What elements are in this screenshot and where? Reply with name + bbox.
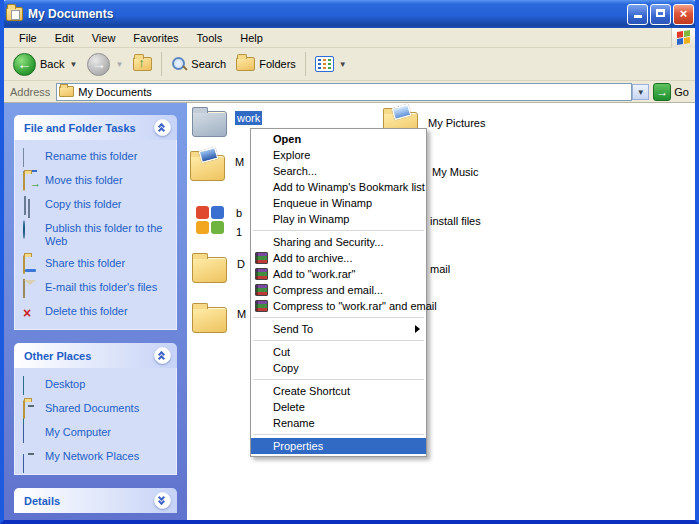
shared-documents-icon [23,401,39,417]
menu-item-create-shortcut[interactable]: Create Shortcut [251,383,426,399]
forward-dropdown-icon: ▼ [115,60,123,69]
menu-separator [253,230,424,231]
menu-item-explore[interactable]: Explore [251,147,426,163]
panel-header[interactable]: Other Places [14,343,177,368]
go-button[interactable]: → Go [653,83,692,101]
folder-media-icon [190,155,225,181]
winrar-icon [255,252,268,264]
menu-item-add-to-archive[interactable]: Add to archive... [251,250,426,266]
panel-header[interactable]: Details [14,488,177,513]
back-button[interactable]: ← Back ▼ [8,51,82,78]
place-desktop[interactable]: Desktop [23,377,170,393]
rename-folder-icon [23,149,39,165]
back-label: Back [40,58,64,70]
window-folder-icon [6,7,23,21]
menu-item-open[interactable]: Open [251,131,426,147]
folder-selected-icon [192,111,227,137]
window-title: My Documents [28,7,627,21]
winrar-icon [255,300,268,312]
delete-icon: × [23,304,39,320]
menu-item-sharing-security[interactable]: Sharing and Security... [251,234,426,250]
file-item[interactable]: M [190,155,246,181]
maximize-button[interactable] [650,4,671,25]
menu-item-winamp-enqueue[interactable]: Enqueue in Winamp [251,195,426,211]
collapse-chevron-icon[interactable] [154,119,171,136]
place-network[interactable]: My Network Places [23,449,170,465]
search-icon [171,56,187,72]
menu-item-delete[interactable]: Delete [251,399,426,415]
menu-view[interactable]: View [83,30,125,46]
back-dropdown-icon[interactable]: ▼ [69,60,77,69]
menubar: File Edit View Favorites Tools Help [4,28,695,48]
toolbar: ← Back ▼ → ▼ ↑ Search Folders ▼ [4,48,695,81]
menu-item-rename[interactable]: Rename [251,415,426,431]
menu-item-send-to[interactable]: Send To [251,321,426,337]
task-rename-folder[interactable]: Rename this folder [23,149,170,165]
task-share-folder[interactable]: Share this folder [23,256,170,272]
panel-header[interactable]: File and Folder Tasks [14,115,177,140]
desktop-icon [23,377,39,393]
network-places-icon [23,449,39,465]
address-label: Address [10,86,50,98]
address-dropdown-button[interactable]: ▼ [632,84,649,100]
views-icon [315,56,334,72]
task-move-folder[interactable]: → Move this folder [23,173,170,189]
folder-icon [192,307,227,333]
minimize-button[interactable] [627,4,648,25]
file-item[interactable]: b 1 [196,206,244,239]
file-item[interactable]: D [192,257,247,283]
file-my-music[interactable]: My Music [430,165,480,179]
go-arrow-icon: → [653,83,671,101]
back-arrow-icon: ← [13,53,36,76]
menu-help[interactable]: Help [231,30,272,46]
task-publish-folder[interactable]: Publish this folder to the Web [23,221,170,248]
menu-edit[interactable]: Edit [46,30,83,46]
file-install-files[interactable]: install files [428,214,483,228]
up-button[interactable]: ↑ [128,55,157,73]
menu-item-compress-email[interactable]: Compress and email... [251,282,426,298]
close-button[interactable]: × [673,4,694,25]
menu-item-add-to-workrar[interactable]: Add to "work.rar" [251,266,426,282]
folders-button[interactable]: Folders [231,55,301,73]
email-icon [23,280,39,296]
forward-button[interactable]: → ▼ [82,51,128,78]
forward-arrow-icon: → [87,53,110,76]
menu-file[interactable]: File [10,30,46,46]
menu-item-winamp-play[interactable]: Play in Winamp [251,211,426,227]
collapse-chevron-icon[interactable] [154,347,171,364]
task-copy-folder[interactable]: Copy this folder [23,197,170,213]
place-shared-documents[interactable]: Shared Documents [23,401,170,417]
address-input[interactable]: My Documents [56,83,632,101]
views-dropdown-icon[interactable]: ▼ [339,60,347,69]
menu-separator [253,340,424,341]
menu-item-compress-workrar-email[interactable]: Compress to "work.rar" and email [251,298,426,314]
toolbar-separator [161,52,162,76]
place-my-computer[interactable]: My Computer [23,425,170,441]
file-mail[interactable]: mail [428,262,452,276]
task-pane: File and Folder Tasks Rename this folder… [4,103,187,522]
menu-favorites[interactable]: Favorites [124,30,187,46]
toolbar-separator [305,52,306,76]
share-folder-icon [23,256,39,272]
views-button[interactable]: ▼ [310,54,352,74]
context-menu: Open Explore Search... Add to Winamp's B… [250,128,427,457]
panel-title: File and Folder Tasks [24,122,136,134]
file-item[interactable]: M [192,307,248,333]
titlebar: My Documents × [0,0,699,28]
task-delete-folder[interactable]: × Delete this folder [23,304,170,320]
menu-separator [253,317,424,318]
menu-item-cut[interactable]: Cut [251,344,426,360]
menu-item-copy[interactable]: Copy [251,360,426,376]
move-folder-icon: → [23,173,39,189]
menu-item-search[interactable]: Search... [251,163,426,179]
panel-title: Details [24,495,60,507]
menu-item-properties[interactable]: Properties [251,438,426,454]
menu-item-winamp-bookmark[interactable]: Add to Winamp's Bookmark list [251,179,426,195]
menu-tools[interactable]: Tools [188,30,232,46]
go-label: Go [674,86,689,98]
task-email-files[interactable]: E-mail this folder's files [23,280,170,296]
explorer-window: My Documents × File Edit View Favorites … [0,0,699,524]
expand-chevron-icon[interactable] [154,492,171,509]
search-button[interactable]: Search [166,54,231,74]
folder-icon [192,257,227,283]
